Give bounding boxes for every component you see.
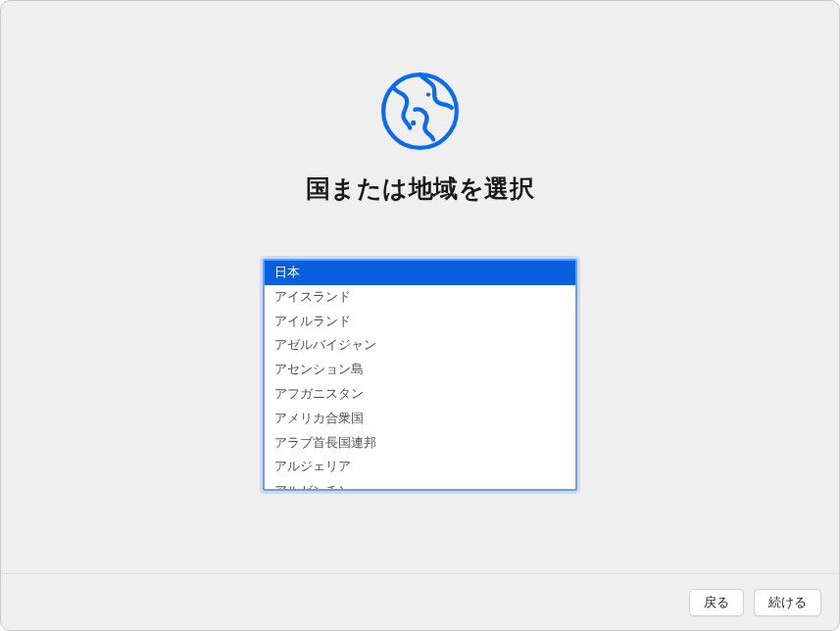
page-title: 国または地域を選択 — [306, 172, 535, 205]
country-list-item[interactable]: アイスランド — [265, 285, 575, 310]
country-list-item[interactable]: アセンション島 — [265, 358, 575, 382]
country-list-item[interactable]: アルジェリア — [265, 455, 575, 479]
footer-bar: 戻る 続ける — [1, 573, 839, 630]
svg-point-1 — [411, 121, 416, 125]
country-list-item[interactable]: アゼルバイジャン — [265, 333, 575, 358]
country-list-item[interactable]: アイルランド — [265, 310, 575, 334]
back-button[interactable]: 戻る — [689, 589, 744, 616]
main-content: 国または地域を選択 日本アイスランドアイルランドアゼルバイジャンアセンション島ア… — [1, 1, 839, 573]
country-listbox[interactable]: 日本アイスランドアイルランドアゼルバイジャンアセンション島アフガニスタンアメリカ… — [263, 259, 577, 491]
setup-window: 国または地域を選択 日本アイスランドアイルランドアゼルバイジャンアセンション島ア… — [0, 0, 840, 631]
country-list-item[interactable]: アルゼンチン — [265, 479, 575, 491]
globe-icon — [378, 70, 462, 153]
continue-button[interactable]: 続ける — [754, 589, 821, 616]
country-list-item[interactable]: アラブ首長国連邦 — [265, 431, 575, 456]
country-list-item[interactable]: アフガニスタン — [265, 382, 575, 407]
svg-point-2 — [426, 92, 430, 96]
country-list-item[interactable]: アメリカ合衆国 — [265, 407, 575, 431]
country-list-item[interactable]: 日本 — [265, 261, 575, 285]
